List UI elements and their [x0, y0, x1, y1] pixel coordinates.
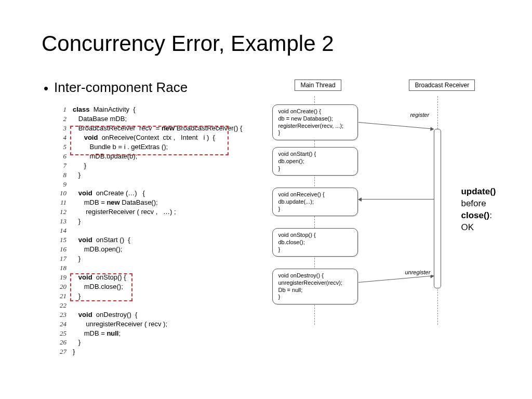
- sequence-diagram: Main Thread Broadcast Receiver void onCr…: [266, 79, 506, 329]
- box-ondestroy: void onDestroy() { unregisterReceiver(re…: [272, 269, 358, 304]
- box-onreceive: void onReceive() { db.update(...); }: [272, 188, 358, 216]
- box-onstop: void onStop() { db.close(); }: [272, 228, 358, 257]
- box-oncreate: void onCreate() { db = new Database(); r…: [272, 104, 358, 140]
- slide-title: Concurrency Error, Example 2: [42, 31, 506, 56]
- code-listing: 1class MainActivity { 2 DataBase mDB; 3 …: [42, 105, 256, 356]
- lifeline-header-receiver: Broadcast Receiver: [409, 79, 475, 91]
- activation-receiver: [434, 129, 441, 288]
- bullet-item: Inter-component Race: [42, 79, 256, 96]
- side-note: update() before close(): OK: [461, 186, 496, 234]
- label-unregister: unregister: [404, 269, 431, 275]
- arrow-unregister: [358, 275, 434, 283]
- arrow-register: [358, 122, 434, 129]
- label-register: register: [409, 112, 430, 118]
- lifeline-header-main: Main Thread: [295, 79, 341, 91]
- arrow-onreceive: [358, 199, 434, 200]
- box-onstart: void onStart() { db.open(); }: [272, 147, 358, 176]
